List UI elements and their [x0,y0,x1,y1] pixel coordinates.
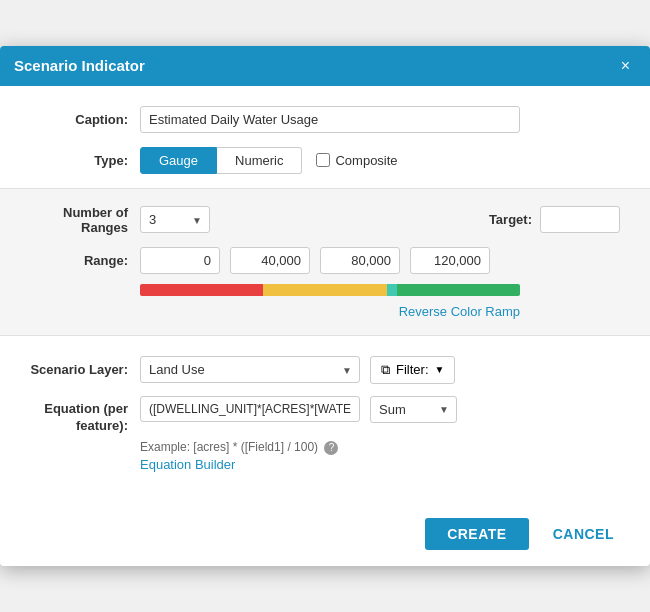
range-input-1[interactable] [230,247,310,274]
number-of-ranges-label: Number of Ranges [30,205,140,235]
filter-stack-icon: ⧉ [381,362,390,378]
scenario-layer-select[interactable]: Land Use [140,356,360,383]
color-segment-green [397,284,520,296]
scenario-indicator-dialog: Scenario Indicator × Caption: Type: Gaug… [0,46,650,567]
composite-container: Composite [316,153,397,168]
range-input-2[interactable] [320,247,400,274]
equation-input[interactable] [140,396,360,422]
ranges-section: Number of Ranges 3 2 4 5 ▼ Target: [0,188,650,336]
range-row: Range: [30,247,620,274]
dialog-footer: CREATE CANCEL [0,508,650,566]
range-input-0[interactable] [140,247,220,274]
range-label: Range: [30,253,140,268]
scenario-layer-label: Scenario Layer: [30,362,140,377]
filter-label: Filter: [396,362,429,377]
type-row: Type: Gauge Numeric Composite [30,147,620,174]
dialog-body: Caption: Type: Gauge Numeric Composite N… [0,86,650,509]
ranges-select[interactable]: 3 2 4 5 [140,206,210,233]
filter-button[interactable]: ⧉ Filter: ▼ [370,356,455,384]
color-bar-container [140,284,620,296]
dialog-header: Scenario Indicator × [0,46,650,86]
type-buttons: Gauge Numeric [140,147,302,174]
cancel-button[interactable]: CANCEL [537,518,630,550]
range-input-3[interactable] [410,247,490,274]
filter-arrow-icon: ▼ [435,364,445,375]
caption-label: Caption: [30,112,140,127]
caption-input[interactable] [140,106,520,133]
reverse-color-ramp-link[interactable]: Reverse Color Ramp [399,304,520,319]
numeric-button[interactable]: Numeric [217,147,302,174]
color-bar [140,284,520,296]
composite-label: Composite [335,153,397,168]
create-button[interactable]: CREATE [425,518,529,550]
target-label: Target: [489,212,532,227]
equation-help: Example: [acres] * ([Field1] / 100) ? [140,440,620,455]
scenario-layer-row: Scenario Layer: Land Use ▼ ⧉ Filter: ▼ [30,356,620,384]
sum-select-wrapper: Sum Average Min Max ▼ [370,396,457,423]
equation-example-text: Example: [acres] * ([Field1] / 100) [140,440,318,454]
target-input[interactable] [540,206,620,233]
target-container: Target: [489,206,620,233]
composite-checkbox[interactable] [316,153,330,167]
ranges-top-row: Number of Ranges 3 2 4 5 ▼ Target: [30,205,620,235]
type-label: Type: [30,153,140,168]
scenario-layer-select-wrapper: Land Use ▼ [140,356,360,383]
range-inputs [140,247,490,274]
sum-select[interactable]: Sum Average Min Max [370,396,457,423]
dialog-title: Scenario Indicator [14,57,145,74]
close-button[interactable]: × [615,56,636,76]
gauge-button[interactable]: Gauge [140,147,217,174]
reverse-link-row: Reverse Color Ramp [140,304,520,319]
color-segment-red [140,284,263,296]
color-segment-teal [387,284,397,296]
color-segment-yellow [263,284,386,296]
help-icon[interactable]: ? [324,441,338,455]
equation-builder-link[interactable]: Equation Builder [140,457,620,472]
caption-row: Caption: [30,106,620,133]
equation-row: Equation (per feature): Sum Average Min … [30,396,620,435]
equation-label: Equation (per feature): [30,396,140,435]
scenario-section: Scenario Layer: Land Use ▼ ⧉ Filter: ▼ E… [30,352,620,493]
ranges-select-wrapper: 3 2 4 5 ▼ [140,206,210,233]
